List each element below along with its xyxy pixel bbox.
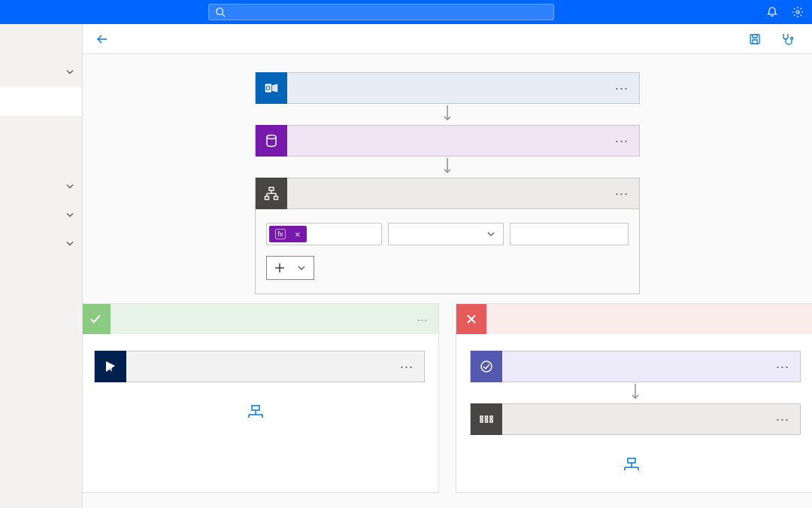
- svg-point-0: [217, 8, 223, 15]
- branch-header-yes: ···: [83, 304, 438, 334]
- step-menu[interactable]: ···: [389, 359, 424, 375]
- step-menu[interactable]: ···: [604, 133, 639, 149]
- svg-rect-3: [750, 35, 759, 44]
- connector-arrow: [628, 382, 643, 403]
- svg-point-2: [796, 11, 799, 14]
- svg-rect-10: [269, 187, 274, 190]
- add-action-icon: [623, 458, 640, 471]
- svg-rect-15: [265, 196, 269, 199]
- save-button[interactable]: [749, 33, 765, 45]
- gear-icon[interactable]: [791, 5, 804, 19]
- header-icons: [765, 5, 804, 19]
- branch-menu[interactable]: ···: [417, 314, 428, 325]
- svg-text:O: O: [265, 85, 271, 92]
- add-action-button[interactable]: [470, 458, 801, 471]
- step-menu[interactable]: ···: [765, 359, 800, 375]
- chevron-down-icon: [65, 68, 74, 79]
- toolbar: [83, 24, 812, 54]
- flow-checker-button[interactable]: [780, 32, 798, 46]
- search-input[interactable]: [230, 7, 547, 17]
- svg-point-4: [791, 37, 793, 39]
- sidebar-item-flows[interactable]: [0, 87, 82, 116]
- bell-icon[interactable]: [765, 5, 779, 19]
- chevron-down-icon: [297, 263, 306, 272]
- flow-step-approval[interactable]: ···: [470, 351, 801, 382]
- sidebar-item[interactable]: [0, 116, 82, 144]
- svg-rect-29: [480, 420, 483, 422]
- condition-operator-select[interactable]: [388, 223, 504, 245]
- branch-header-no: [456, 304, 812, 334]
- svg-rect-16: [274, 196, 278, 199]
- back-button[interactable]: [96, 33, 108, 45]
- connector-arrow: [440, 104, 455, 125]
- save-icon: [749, 33, 761, 45]
- arrow-left-icon: [96, 33, 108, 45]
- sidebar-item[interactable]: [0, 202, 82, 230]
- svg-rect-30: [486, 416, 488, 418]
- step-menu[interactable]: ···: [765, 412, 800, 427]
- chevron-down-icon: [486, 230, 495, 239]
- database-icon: [256, 125, 287, 157]
- check-icon: [83, 304, 111, 334]
- svg-rect-31: [486, 420, 488, 422]
- svg-line-1: [223, 14, 226, 17]
- svg-rect-19: [252, 406, 259, 410]
- flow-step-trigger[interactable]: O ···: [255, 72, 640, 104]
- svg-rect-32: [490, 416, 492, 418]
- branch-no: ··· ···: [456, 303, 812, 493]
- chevron-down-icon: [65, 211, 74, 222]
- step-menu[interactable]: ···: [604, 186, 639, 202]
- stethoscope-icon: [780, 32, 794, 46]
- expression-token: fx ×: [269, 226, 307, 242]
- sidebar-item[interactable]: [0, 30, 82, 59]
- sidebar-item[interactable]: [0, 230, 82, 259]
- fx-icon: fx: [275, 229, 286, 239]
- search-icon: [215, 7, 226, 17]
- svg-point-8: [267, 135, 276, 139]
- branch-yes: ··· ···: [83, 303, 439, 493]
- flow-step-switch[interactable]: ···: [470, 403, 801, 435]
- sidebar-item[interactable]: [0, 173, 82, 202]
- chevron-down-icon: [65, 182, 74, 193]
- remove-token-icon[interactable]: ×: [295, 229, 301, 240]
- condition-editor: fx ×: [255, 209, 640, 294]
- flow-canvas: O ··· ··· ···: [83, 54, 812, 508]
- flow-step-save-details[interactable]: ···: [94, 351, 425, 382]
- svg-point-26: [481, 361, 492, 372]
- sidebar-item[interactable]: [0, 59, 82, 87]
- outlook-icon: O: [256, 72, 287, 104]
- add-action-button[interactable]: [94, 405, 425, 418]
- add-action-icon: [247, 405, 264, 418]
- search-box[interactable]: [208, 4, 554, 20]
- step-menu[interactable]: ···: [604, 81, 639, 96]
- close-icon: [456, 304, 486, 334]
- condition-icon: [256, 178, 287, 209]
- sidebar-item[interactable]: [0, 287, 82, 316]
- svg-rect-28: [480, 416, 483, 418]
- sidebar: [0, 24, 83, 508]
- top-header: [0, 0, 812, 24]
- add-condition-button[interactable]: [266, 256, 314, 280]
- sidebar-item[interactable]: [0, 144, 82, 173]
- svg-rect-33: [490, 420, 492, 422]
- chevron-down-icon: [65, 239, 74, 251]
- switch-icon: [471, 403, 502, 435]
- approval-icon: [471, 351, 502, 382]
- connector-arrow: [440, 157, 455, 178]
- sidebar-item[interactable]: [0, 259, 82, 287]
- condition-value-input[interactable]: [510, 223, 629, 245]
- svg-rect-34: [628, 458, 635, 463]
- condition-left-input[interactable]: fx ×: [266, 223, 382, 245]
- plus-icon: [274, 263, 285, 273]
- flow-step-condition[interactable]: ···: [255, 178, 640, 209]
- dynamics-icon: [95, 351, 126, 382]
- flow-step-ai-builder[interactable]: ···: [255, 125, 640, 157]
